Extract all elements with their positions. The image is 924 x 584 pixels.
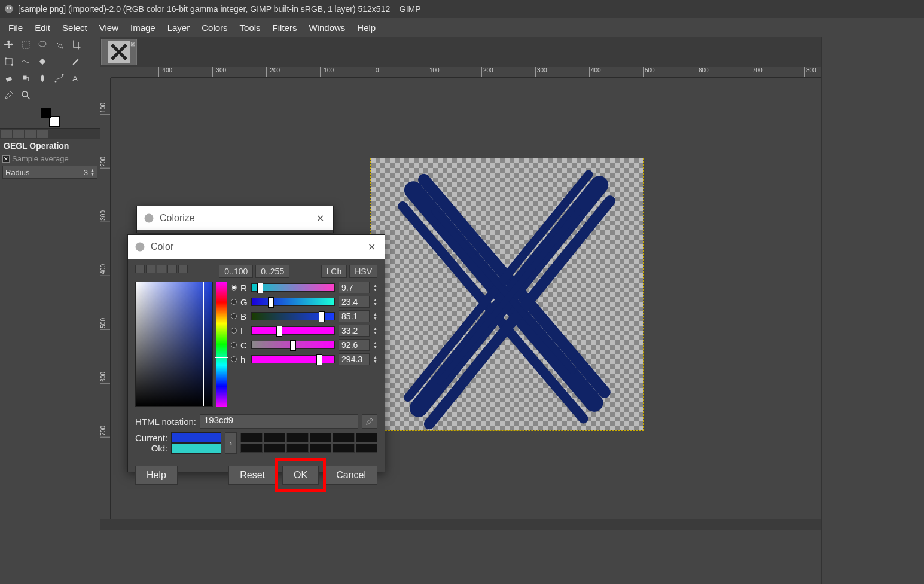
history-swatch[interactable] (264, 433, 285, 442)
history-swatch[interactable] (333, 433, 354, 442)
image-tab-active[interactable]: ⊠ (101, 39, 137, 65)
history-swatch[interactable] (240, 433, 262, 442)
menu-colors[interactable]: Colors (196, 20, 233, 35)
eraser-tool-icon[interactable] (2, 72, 16, 85)
dock-tab-4[interactable] (37, 130, 48, 138)
gradient-tool-icon[interactable] (53, 55, 66, 68)
channel-slider-b[interactable] (251, 312, 335, 320)
clone-tool-icon[interactable] (19, 72, 32, 85)
mode-hsv-button[interactable]: HSV (349, 265, 377, 278)
help-button[interactable]: Help (135, 466, 178, 485)
channel-radio-h[interactable] (231, 356, 237, 362)
html-notation-input[interactable]: 193cd9 (200, 414, 358, 429)
crop-tool-icon[interactable] (69, 38, 83, 51)
menu-view[interactable]: View (93, 20, 124, 35)
title-bar: [sample png] (imported)-2.0 (RGB color 1… (0, 0, 924, 18)
channel-slider-g[interactable] (251, 298, 335, 306)
channel-value-c[interactable]: 92.6 (339, 339, 370, 351)
menu-edit[interactable]: Edit (29, 20, 56, 35)
radius-input[interactable]: Radius 3 ▲▼ (2, 166, 97, 179)
picker-tab-5[interactable] (178, 265, 188, 273)
transform-tool-icon[interactable] (2, 55, 16, 68)
rect-select-tool-icon[interactable] (19, 38, 32, 51)
fuzzy-select-tool-icon[interactable] (53, 38, 66, 51)
color-dialog-close-icon[interactable]: ✕ (364, 240, 379, 254)
scale-0-255-button[interactable]: 0..255 (255, 265, 289, 278)
channel-radio-l[interactable] (231, 328, 237, 334)
move-tool-icon[interactable] (2, 38, 16, 51)
menu-tools[interactable]: Tools (234, 20, 267, 35)
channel-slider-c[interactable] (251, 341, 335, 349)
eyedropper-button[interactable] (362, 414, 377, 429)
brush-tool-icon[interactable] (69, 55, 83, 68)
colorize-dialog-header[interactable]: Colorize ✕ (137, 206, 333, 230)
dock-tab-3[interactable] (25, 130, 36, 138)
history-swatch[interactable] (310, 433, 331, 442)
history-swatch[interactable] (333, 444, 354, 453)
warp-tool-icon[interactable] (19, 55, 32, 68)
picker-tab-2[interactable] (146, 265, 155, 273)
bucket-tool-icon[interactable] (36, 55, 49, 68)
menu-layer[interactable]: Layer (161, 20, 196, 35)
channel-spinner[interactable]: ▲▼ (373, 341, 377, 349)
channel-radio-g[interactable] (231, 299, 237, 305)
radius-spinner[interactable]: ▲▼ (90, 168, 94, 176)
menu-image[interactable]: Image (124, 20, 161, 35)
add-to-history-button[interactable]: › (225, 432, 237, 454)
tab-close-icon[interactable]: ⊠ (130, 41, 135, 47)
history-swatch[interactable] (356, 444, 377, 453)
dock-tab-2[interactable] (13, 130, 24, 138)
menu-select[interactable]: Select (56, 20, 93, 35)
reset-button[interactable]: Reset (228, 466, 276, 485)
channel-spinner[interactable]: ▲▼ (373, 312, 377, 320)
channel-spinner[interactable]: ▲▼ (373, 283, 377, 292)
picker-tab-1[interactable] (135, 265, 145, 273)
hue-slider[interactable] (216, 282, 227, 407)
picker-tab-3[interactable] (157, 265, 166, 273)
old-color-swatch[interactable] (171, 443, 221, 454)
menu-windows[interactable]: Windows (303, 20, 351, 35)
text-tool-icon[interactable]: A (69, 72, 83, 85)
channel-slider-r[interactable] (251, 283, 335, 292)
current-color-swatch[interactable] (171, 432, 221, 443)
history-swatch[interactable] (356, 433, 377, 442)
colorize-close-icon[interactable]: ✕ (313, 211, 327, 225)
mode-lch-button[interactable]: LCh (321, 265, 347, 278)
channel-spinner[interactable]: ▲▼ (373, 355, 377, 363)
path-tool-icon[interactable] (53, 72, 66, 85)
cancel-button[interactable]: Cancel (325, 466, 377, 485)
sample-average-checkbox[interactable]: ✕ (2, 155, 10, 163)
channel-radio-b[interactable] (231, 313, 237, 319)
history-swatch[interactable] (310, 444, 331, 453)
channel-value-r[interactable]: 9.7 (339, 282, 370, 293)
picker-tab-4[interactable] (167, 265, 177, 273)
scale-0-100-button[interactable]: 0..100 (219, 265, 253, 278)
channel-value-b[interactable]: 85.1 (339, 310, 370, 322)
dock-tab-1[interactable] (1, 130, 12, 138)
menu-file[interactable]: File (2, 20, 29, 35)
zoom-tool-icon[interactable] (19, 88, 32, 102)
sv-picker[interactable] (135, 282, 213, 407)
channel-radio-c[interactable] (231, 342, 237, 348)
channel-value-l[interactable]: 33.2 (339, 325, 370, 337)
smudge-tool-icon[interactable] (36, 72, 49, 85)
ok-button[interactable]: OK (282, 466, 319, 485)
history-swatch[interactable] (240, 444, 262, 453)
history-swatch[interactable] (286, 433, 308, 442)
fg-bg-swatches[interactable] (0, 106, 100, 128)
channel-spinner[interactable]: ▲▼ (373, 298, 377, 306)
history-swatch[interactable] (286, 444, 308, 453)
lasso-tool-icon[interactable] (36, 38, 49, 51)
menu-help[interactable]: Help (351, 20, 382, 35)
channel-radio-r[interactable] (231, 285, 237, 291)
channel-value-g[interactable]: 23.4 (339, 296, 370, 308)
channel-slider-l[interactable] (251, 326, 335, 335)
channel-value-h[interactable]: 294.3 (339, 353, 370, 365)
color-picker-tool-icon[interactable] (2, 88, 16, 102)
fg-color-swatch[interactable] (41, 108, 51, 118)
channel-spinner[interactable]: ▲▼ (373, 326, 377, 335)
menu-filters[interactable]: Filters (267, 20, 303, 35)
color-dialog-header[interactable]: Color ✕ (128, 235, 385, 259)
history-swatch[interactable] (264, 444, 285, 453)
channel-slider-h[interactable] (251, 355, 335, 363)
